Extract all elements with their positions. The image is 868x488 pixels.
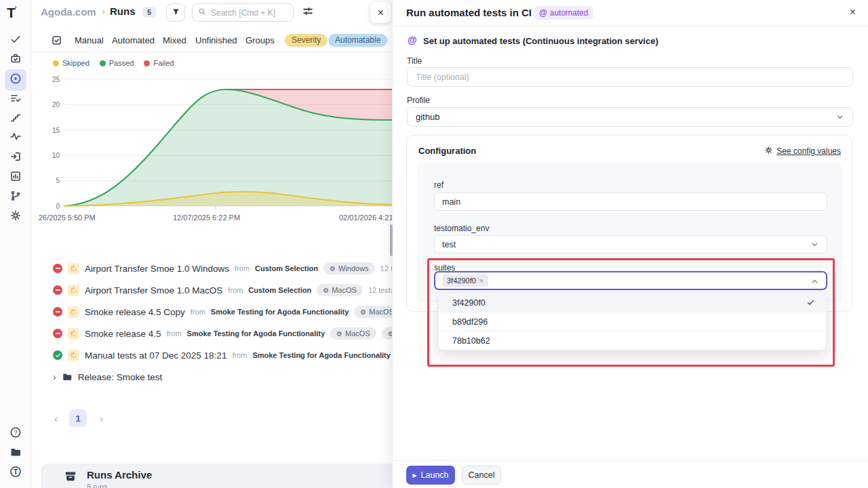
folder-icon	[62, 371, 73, 382]
svg-text:T: T	[14, 468, 18, 476]
sidebar-item-analytics[interactable]	[5, 167, 26, 188]
configuration-heading: Configuration	[418, 146, 476, 156]
profile-select[interactable]: github	[407, 107, 853, 127]
run-source: Smoke Testing for Agoda Functionality	[252, 351, 391, 359]
close-icon: ×	[850, 6, 856, 18]
gear-icon	[9, 209, 22, 224]
app-root: T' ?	[0, 0, 868, 488]
run-row[interactable]: Airport Transfer Smoe 1.0 MacOS from Cus…	[53, 281, 394, 299]
run-title[interactable]: Manual tests at 07 Dec 2025 18:21	[85, 350, 226, 361]
search-input[interactable]	[211, 8, 285, 18]
drawer-section-title: Set up automated tests (Continuous integ…	[423, 36, 658, 46]
tab-manual[interactable]: Manual	[75, 35, 104, 45]
run-from-label: from	[191, 308, 205, 316]
selected-suite-tag: 3f4290f0 ×	[442, 274, 488, 287]
launch-button[interactable]: ▶ Launch	[406, 466, 455, 485]
failed-status-icon	[53, 285, 62, 295]
tab-groups[interactable]: Groups	[245, 35, 275, 45]
help-button[interactable]: ?	[5, 423, 26, 445]
run-ci-drawer: Run automated tests in CI @ automated × …	[392, 0, 868, 488]
archive-box-icon	[64, 470, 77, 483]
select-all-icon[interactable]	[51, 35, 62, 46]
run-row[interactable]: Airport Transfer Smoe 1.0 Windows from C…	[53, 260, 406, 277]
run-from-label: from	[228, 286, 243, 294]
gear-icon: ⚙	[360, 308, 366, 316]
env-select-value: test	[442, 240, 456, 249]
pagination-page-1[interactable]: 1	[69, 409, 87, 427]
tab-automatable[interactable]: Automatable	[328, 34, 387, 47]
platform-tag: ⚙MacOS	[330, 327, 376, 340]
cancel-button[interactable]: Cancel	[462, 466, 501, 485]
tab-automated[interactable]: Automated	[112, 35, 155, 45]
tab-severity[interactable]: Severity	[285, 34, 328, 47]
pagination-prev-button[interactable]: ‹	[54, 413, 58, 424]
group-row[interactable]: › Release: Smoke test	[53, 368, 162, 386]
platform-tag: ⚙Windows	[323, 262, 375, 274]
tab-mixed[interactable]: Mixed	[163, 35, 186, 45]
run-title[interactable]: Airport Transfer Smoe 1.0 MacOS	[85, 285, 222, 296]
sidebar-item-activity[interactable]	[5, 127, 26, 148]
sidebar-item-import[interactable]	[5, 147, 26, 169]
adjustments-button[interactable]	[302, 5, 315, 19]
sidebar-item-runs[interactable]	[5, 69, 26, 91]
list-check-icon	[9, 92, 22, 107]
account-button[interactable]: T	[5, 462, 26, 484]
profile-select-value: github	[416, 112, 439, 122]
drawer-floating-close-button[interactable]: ×	[370, 2, 391, 23]
git-branch-icon	[9, 190, 22, 205]
bar-chart-icon	[9, 170, 22, 185]
title-input[interactable]	[407, 67, 853, 87]
run-title[interactable]: Airport Transfer Smoe 1.0 Windows	[85, 264, 229, 274]
failed-status-icon	[53, 329, 62, 338]
tab-unfinished[interactable]: Unfinished	[195, 35, 237, 45]
env-field-label: testomatio_env	[434, 224, 489, 233]
suites-dropdown-menu: 3f4290f0 b89df296 78b10b62	[438, 293, 827, 350]
run-title[interactable]: Smoke release 4.5	[85, 329, 161, 339]
breadcrumb-project[interactable]: Agoda.com	[41, 6, 96, 18]
run-row[interactable]: Manual tests at 07 Dec 2025 18:21 from S…	[53, 346, 422, 364]
run-tests-count: 12 tests	[368, 286, 395, 294]
sidebar-item-suites[interactable]	[5, 49, 26, 70]
runs-trend-chart[interactable]	[39, 71, 392, 215]
remove-tag-icon[interactable]: ×	[479, 277, 484, 285]
dropdown-option[interactable]: 78b10b62	[439, 331, 826, 350]
skipped-dot-icon	[53, 60, 59, 66]
chevron-up-icon	[810, 277, 819, 285]
icon-rail: T' ?	[0, 0, 31, 488]
search-icon	[198, 7, 207, 19]
chevron-right-icon[interactable]: ›	[53, 371, 56, 382]
passed-status-icon	[53, 350, 62, 360]
pagination-next-button[interactable]: ›	[100, 413, 103, 424]
dropdown-option[interactable]: 3f4290f0	[439, 293, 826, 312]
profile-field-label: Profile	[407, 96, 430, 105]
group-title[interactable]: Release: Smoke test	[78, 372, 163, 382]
projects-button[interactable]	[5, 443, 26, 464]
drawer-close-button[interactable]: ×	[850, 6, 856, 18]
automation-icon: @	[539, 8, 547, 18]
filter-button[interactable]	[166, 3, 185, 22]
search-box[interactable]	[192, 3, 294, 22]
see-config-values-link[interactable]: See config values	[764, 146, 841, 157]
play-icon: ▶	[412, 472, 416, 479]
run-source: Smoke Testing for Agoda Functionality	[211, 308, 349, 316]
app-logo[interactable]: T'	[7, 5, 16, 21]
ref-field-label: ref	[434, 180, 443, 190]
gear-icon: ⚙	[330, 265, 336, 272]
scrollbar-thumb[interactable]	[390, 224, 393, 256]
pulse-icon	[9, 130, 22, 145]
svg-text:?: ?	[14, 429, 17, 436]
env-select[interactable]: test	[434, 235, 827, 253]
run-title[interactable]: Smoke release 4.5 Copy	[85, 307, 185, 317]
suites-multiselect[interactable]: 3f4290f0 ×	[434, 271, 827, 290]
steps-icon	[9, 111, 22, 126]
legend-skipped: Skipped	[53, 59, 90, 67]
sidebar-item-branches[interactable]	[5, 186, 26, 208]
dropdown-option[interactable]: b89df296	[439, 312, 826, 331]
in-progress-spinner-icon	[68, 285, 79, 296]
sidebar-item-settings[interactable]	[5, 206, 26, 228]
ref-input[interactable]	[434, 192, 827, 211]
run-from-label: from	[232, 351, 247, 359]
funnel-icon	[172, 7, 180, 19]
check-icon	[806, 298, 815, 307]
run-from-label: from	[167, 329, 182, 338]
